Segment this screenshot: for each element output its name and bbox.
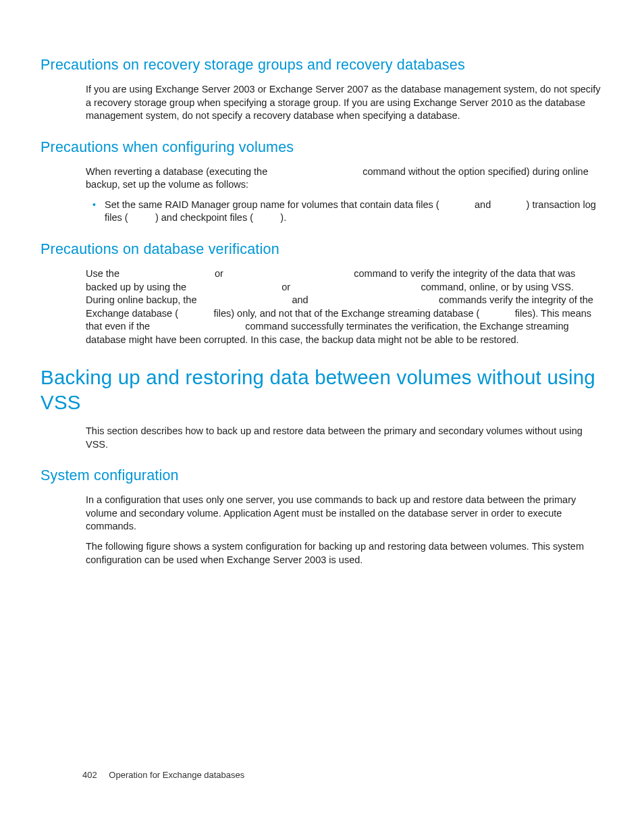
paragraph: If you are using Exchange Server 2003 or… xyxy=(86,83,603,123)
placeholder-gap xyxy=(439,199,472,210)
section-backup-restore: Backing up and restoring data between vo… xyxy=(41,365,603,451)
placeholder-gap xyxy=(270,166,360,177)
text-fragment: Set the same RAID Manager group name for… xyxy=(105,199,439,210)
section-recovery-storage: Precautions on recovery storage groups a… xyxy=(41,55,603,123)
placeholder-gap xyxy=(253,212,280,223)
placeholder-gap xyxy=(293,282,418,292)
text-fragment: or xyxy=(279,282,293,292)
text-fragment: and xyxy=(289,294,311,305)
bullet-list: Set the same RAID Manager group name for… xyxy=(86,199,603,225)
paragraph: When reverting a database (executing the… xyxy=(86,165,603,192)
text-fragment: command without the xyxy=(360,166,458,177)
placeholder-gap xyxy=(178,308,211,319)
page-footer: 402 Operation for Exchange databases xyxy=(82,769,244,781)
text-fragment: ). xyxy=(280,212,286,223)
heading-config-volumes: Precautions when configuring volumes xyxy=(41,138,603,157)
heading-system-config: System configuration xyxy=(41,466,603,486)
heading-recovery-storage: Precautions on recovery storage groups a… xyxy=(41,55,603,75)
section-config-volumes: Precautions when configuring volumes Whe… xyxy=(41,138,603,225)
footer-title: Operation for Exchange databases xyxy=(109,770,244,780)
placeholder-gap xyxy=(128,212,155,223)
paragraph: This section describes how to back up an… xyxy=(86,425,603,451)
body-backup-restore: This section describes how to back up an… xyxy=(86,425,603,451)
section-system-config: System configuration In a configuration … xyxy=(41,466,603,567)
text-fragment: or xyxy=(212,268,226,279)
placeholder-gap xyxy=(479,308,512,319)
placeholder-gap xyxy=(311,294,436,305)
placeholder-gap xyxy=(122,268,212,279)
heading-backup-restore: Backing up and restoring data between vo… xyxy=(41,365,603,415)
paragraph: In a configuration that uses only one se… xyxy=(86,494,603,533)
body-system-config: In a configuration that uses only one se… xyxy=(86,494,603,567)
text-fragment: and xyxy=(472,199,493,210)
heading-db-verification: Precautions on database verification xyxy=(41,240,603,259)
text-fragment: files) only, and not that of the Exchang… xyxy=(211,308,479,319)
text-fragment: When reverting a database (executing the xyxy=(86,166,270,177)
body-config-volumes: When reverting a database (executing the… xyxy=(86,165,603,225)
paragraph: Use the or command to verify the integri… xyxy=(86,267,603,346)
page-number: 402 xyxy=(82,770,97,780)
body-recovery-storage: If you are using Exchange Server 2003 or… xyxy=(86,83,603,123)
text-fragment: Use the xyxy=(86,268,122,279)
placeholder-gap xyxy=(153,321,242,332)
placeholder-gap xyxy=(226,268,351,279)
paragraph: The following figure shows a system conf… xyxy=(86,540,603,567)
list-item: Set the same RAID Manager group name for… xyxy=(105,199,603,225)
section-db-verification: Precautions on database verification Use… xyxy=(41,240,603,346)
placeholder-gap xyxy=(493,199,526,210)
placeholder-gap xyxy=(199,294,289,305)
placeholder-gap xyxy=(189,282,279,292)
body-db-verification: Use the or command to verify the integri… xyxy=(86,267,603,346)
text-fragment: ) and checkpoint files ( xyxy=(155,212,253,223)
